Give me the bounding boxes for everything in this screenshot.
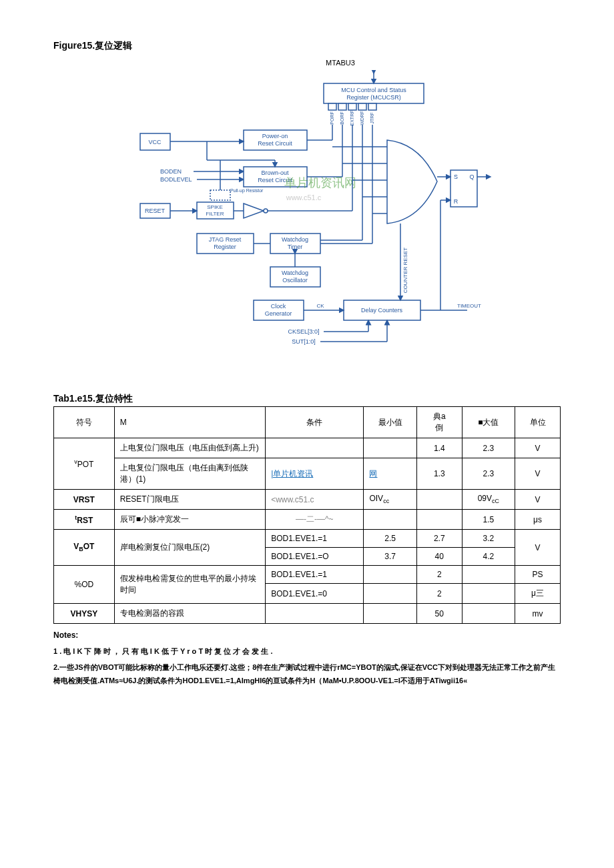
svg-text:CK: CK — [316, 303, 324, 309]
svg-text:VCC: VCC — [148, 139, 162, 145]
svg-text:EXTRF: EXTRF — [350, 111, 354, 126]
diagram-container: MTABU3 MCU Control and Status Register (… — [53, 59, 561, 360]
svg-text:SPIKE: SPIKE — [207, 204, 223, 210]
svg-rect-35 — [210, 190, 230, 200]
table-title: Tab1.e15.复位特性 — [53, 393, 561, 405]
svg-text:BODEN: BODEN — [160, 168, 182, 175]
svg-text:PORF: PORF — [330, 111, 334, 124]
note-1: 1 . 电 I K 下 降 时 ， 只 有 电 I K 低 于 Y r o T … — [53, 645, 561, 659]
spec-table: 符号 M 条件 最小值 典a倒 ■大值 单位 vPOT 上电复位门限电压（电压由… — [53, 406, 561, 624]
th-cond: 条件 — [266, 407, 364, 438]
svg-text:Watchdog: Watchdog — [282, 270, 308, 276]
svg-text:S: S — [454, 173, 458, 180]
table-row: tRST 辰可■小脉冲宽发一 —-二-—^~ 1.5 μs — [54, 510, 561, 530]
svg-text:www.c51.c: www.c51.c — [286, 193, 322, 201]
table-row: 上电复位门限电压（电任由离到低陕港）(1) |单片机资讯 网 1.3 2.3 V — [54, 458, 561, 490]
svg-text:Watchdog: Watchdog — [282, 236, 308, 243]
svg-text:Reset Circuit: Reset Circuit — [258, 140, 292, 147]
svg-text:Pull-up Resistor: Pull-up Resistor — [230, 188, 264, 193]
svg-rect-11 — [358, 103, 366, 110]
svg-text:Oscillator: Oscillator — [282, 277, 308, 284]
table-row: %OD 假发棹电检需复位的世电平的最小持埃时间 BOD1.EVE1.=1 2 P… — [54, 566, 561, 584]
table-header-row: 符号 M 条件 最小值 典a倒 ■大值 单位 — [54, 407, 561, 438]
svg-text:R: R — [454, 198, 458, 205]
mcu-csr-text: MCU Control and Status — [341, 87, 406, 93]
th-unit: 单位 — [515, 407, 561, 438]
notes-heading: Notes: — [53, 630, 561, 640]
th-typ: 典a倒 — [416, 407, 462, 438]
table-row: VBOT 岸电检测复位门限电压(2) BOD1.EVE1.=1 2.5 2.7 … — [54, 530, 561, 548]
svg-text:Power-on: Power-on — [262, 133, 288, 139]
table-row: vPOT 上电复位门限电压（电压由低到高上升) 1.4 2.3 V — [54, 438, 561, 458]
svg-text:RESET: RESET — [145, 207, 166, 214]
th-param: M — [114, 407, 266, 438]
notes-section: Notes: 1 . 电 I K 下 降 时 ， 只 有 电 I K 低 于 Y… — [53, 630, 561, 687]
svg-text:JTAG Reset: JTAG Reset — [209, 236, 242, 243]
svg-text:Q: Q — [469, 173, 474, 180]
svg-text:Clock: Clock — [271, 303, 286, 310]
svg-rect-10 — [348, 103, 356, 110]
svg-rect-12 — [368, 103, 376, 110]
svg-text:COUNTER RESET: COUNTER RESET — [402, 248, 408, 294]
svg-point-44 — [264, 209, 268, 213]
table-row: VRST RESET门限电压 <www.c51.c OIVcc 09VcC V — [54, 490, 561, 510]
svg-text:Brown-out: Brown-out — [261, 169, 289, 176]
watermark-link[interactable]: 网 — [369, 469, 377, 478]
svg-text:CKSEL[3:0]: CKSEL[3:0] — [288, 328, 319, 335]
svg-text:BODLEVEL: BODLEVEL — [160, 176, 192, 183]
figure-title: Figure15.复位逻辑 — [53, 40, 561, 52]
diagram-top-label: MTABU3 — [120, 59, 561, 67]
svg-text:TIMEOUT: TIMEOUT — [457, 303, 481, 309]
th-symbol: 符号 — [54, 407, 115, 438]
th-max: ■大值 — [462, 407, 515, 438]
svg-text:WDRF: WDRF — [360, 111, 364, 125]
svg-text:Register: Register — [214, 244, 236, 250]
svg-text:BORF: BORF — [340, 111, 344, 124]
svg-text:SUT[1:0]: SUT[1:0] — [292, 338, 316, 345]
svg-rect-8 — [328, 103, 336, 110]
svg-text:单片机资讯网: 单片机资讯网 — [284, 176, 356, 189]
svg-rect-9 — [338, 103, 346, 110]
table-row: VHYSY 专电检测器的容跟 50 mv — [54, 604, 561, 624]
note-2: 2.一些JS件的VBOT可能比标称的量小工作电乐还要灯.这些；8件在生产测试过程… — [53, 661, 561, 688]
svg-text:Timer: Timer — [288, 244, 303, 250]
svg-text:Delay Counters: Delay Counters — [361, 307, 403, 314]
watermark-link[interactable]: |单片机资讯 — [271, 469, 313, 478]
th-min: 最小值 — [364, 407, 416, 438]
svg-text:Register (MCUCSR): Register (MCUCSR) — [346, 94, 401, 101]
svg-text:Generator: Generator — [265, 310, 292, 317]
svg-text:FILTER: FILTER — [206, 211, 224, 217]
block-diagram: MCU Control and Status Register (MCUCSR)… — [120, 70, 494, 360]
svg-text:JTRF: JTRF — [370, 112, 374, 123]
